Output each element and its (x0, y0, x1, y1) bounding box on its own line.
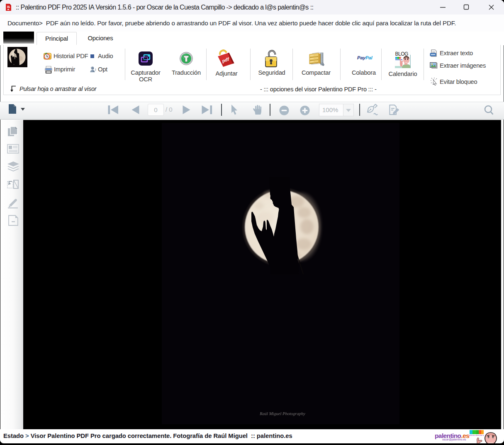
svg-text:Raúl Miguel Photography: Raúl Miguel Photography (259, 411, 305, 416)
svg-text:BLOG: BLOG (395, 51, 409, 57)
